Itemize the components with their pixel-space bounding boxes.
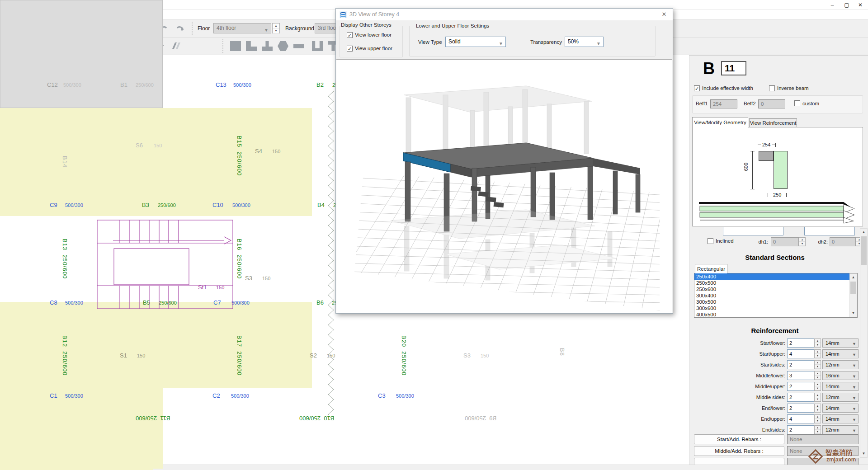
plan-label: B6 [316,299,324,306]
sections-scrollbar[interactable]: ▲ ▼ [849,273,857,317]
clipped-button[interactable] [694,458,784,465]
close-button[interactable]: ✕ [854,0,867,10]
section-item[interactable]: 250x600 [694,286,857,292]
rebar-label: Middle/lower: [689,373,785,378]
rebar-count-input[interactable]: 2 [787,360,814,369]
rebar-size-select[interactable]: 14mm▼ [822,382,859,391]
transparency-select[interactable]: 50%▼ [565,37,604,47]
dialog-3d-view: 3D View of Storey 4 ✕ Display Other Stor… [335,8,673,314]
tab-view-modify-geometry[interactable]: View/Modify Geometry [692,117,748,127]
chevron-down-icon: ▼ [852,394,856,402]
slab[interactable] [0,302,312,388]
rebar-count-input[interactable]: 2 [787,404,814,413]
inverse-beam-label: Inverse beam [777,85,809,91]
scroll-up-icon[interactable]: ▲ [860,229,867,236]
view-lower-floor-checkbox[interactable]: ✓ [347,32,353,38]
rebar-count-stepper[interactable]: ▲▼ [814,414,821,423]
rebar-count-input[interactable]: 2 [787,338,814,348]
section-web [774,151,788,189]
add-rebars-value[interactable]: None [787,434,859,444]
section-item[interactable]: 300x400 [694,292,857,299]
dialog-close-icon[interactable]: ✕ [659,10,669,19]
rebar-count-stepper[interactable]: ▲▼ [814,371,821,380]
rebar-count-input[interactable]: 4 [787,349,814,358]
3d-viewport[interactable] [336,59,672,313]
add-rebars-button[interactable]: Start/Add. Rebars : [694,434,784,444]
rebar-label: Start/upper: [689,351,785,357]
plan-label: C10 [212,202,223,208]
plan-label-rotated: B20 250/600 [401,335,407,376]
panel-scrollbar[interactable]: ▲ ▼ [860,228,868,458]
section-item[interactable]: 300x600 [694,305,857,311]
clipped-input[interactable] [804,227,855,235]
rebar-size-select[interactable]: 14mm▼ [822,404,859,413]
rebar-count-input[interactable]: 3 [787,371,814,380]
plan-label: 150 [262,276,270,281]
tab-rectangular[interactable]: Rectangular [695,264,727,273]
view-type-select[interactable]: Solid▼ [445,37,506,47]
rebar-label: End/sides: [689,427,785,432]
view-lower-floor-label: View lower floor [355,32,392,38]
rebar-count-input[interactable]: 4 [787,414,814,423]
slab[interactable] [0,388,163,469]
scroll-down-icon[interactable]: ▼ [850,310,857,317]
clipped-input[interactable] [723,227,783,235]
minimize-button[interactable]: – [826,0,839,10]
custom-checkbox[interactable] [794,100,800,106]
rebar-count-stepper[interactable]: ▲▼ [814,393,821,402]
rebar-size-select[interactable]: 16mm▼ [822,371,859,380]
rebar-size-select[interactable]: 12mm▼ [822,360,859,369]
beam-number-input[interactable]: 11 [721,61,746,75]
rebar-count-stepper[interactable]: ▲▼ [814,425,821,434]
rebar-count-stepper[interactable]: ▲▼ [814,338,821,348]
dh1-input[interactable]: 0 [771,237,799,246]
maximize-button[interactable]: ▢ [840,0,854,10]
rebar-count-input[interactable]: 2 [787,425,814,434]
dh2-input[interactable]: 0 [830,237,856,246]
beff2-field[interactable]: 0 [758,99,785,108]
rebar-count-stepper[interactable]: ▲▼ [814,382,821,391]
chevron-down-icon: ▼ [596,39,601,48]
beff1-field[interactable]: 254 [710,99,737,108]
rebar-count-input[interactable]: 2 [787,393,814,402]
add-rebars-button[interactable]: Middle/Add. Rebars : [694,446,784,456]
section-item[interactable]: 250x500 [694,280,857,286]
inverse-beam-checkbox[interactable] [769,85,775,91]
section-item[interactable]: 250x400 [694,273,857,280]
rebar-label: End/upper: [689,416,785,422]
transparency-label: Transparency [530,39,562,45]
plan-label-rotated: B12 250/600 [61,335,68,376]
plan-label: 500/300 [65,393,83,399]
plan-label: 150 [272,149,280,154]
rebar-size-select[interactable]: 14mm▼ [822,349,859,358]
plan-label: 500/300 [231,393,249,399]
staircase-drawing[interactable] [95,218,240,313]
rebar-count-stepper[interactable]: ▲▼ [814,404,821,413]
plan-label: 250/600 [136,82,154,88]
plan-label: C1 [50,392,57,399]
include-effective-width-checkbox[interactable]: ✓ [694,85,700,91]
rebar-label: Middle sides: [689,395,785,400]
inclined-label: Inclined [716,238,734,244]
rebar-size-select[interactable]: 12mm▼ [822,425,859,434]
plan-label: C2 [212,392,220,399]
rebar-count-stepper[interactable]: ▲▼ [814,360,821,369]
rebar-count-input[interactable]: 2 [787,382,814,391]
chevron-down-icon: ▼ [852,427,856,435]
tab-view-reinforcement[interactable]: View Reinforcement [749,118,797,127]
dialog-title-bar[interactable]: 3D View of Storey 4 ✕ [336,9,673,20]
view-upper-floor-checkbox[interactable]: ✓ [347,46,353,52]
rebar-count-stepper[interactable]: ▲▼ [814,349,821,358]
plan-label: 500/300 [65,300,83,306]
rebar-size-select[interactable]: 12mm▼ [822,393,859,402]
chevron-down-icon: ▼ [852,351,856,359]
section-item[interactable]: 400x500 [694,311,857,318]
dh1-label: dh1: [743,239,768,244]
section-item[interactable]: 300x500 [694,299,857,305]
slab[interactable] [0,0,163,108]
rebar-size-select[interactable]: 14mm▼ [822,414,859,423]
inclined-checkbox[interactable] [708,238,713,244]
rebar-size-select[interactable]: 14mm▼ [822,338,859,348]
slab[interactable] [0,108,312,216]
scroll-up-icon[interactable]: ▲ [850,274,857,281]
